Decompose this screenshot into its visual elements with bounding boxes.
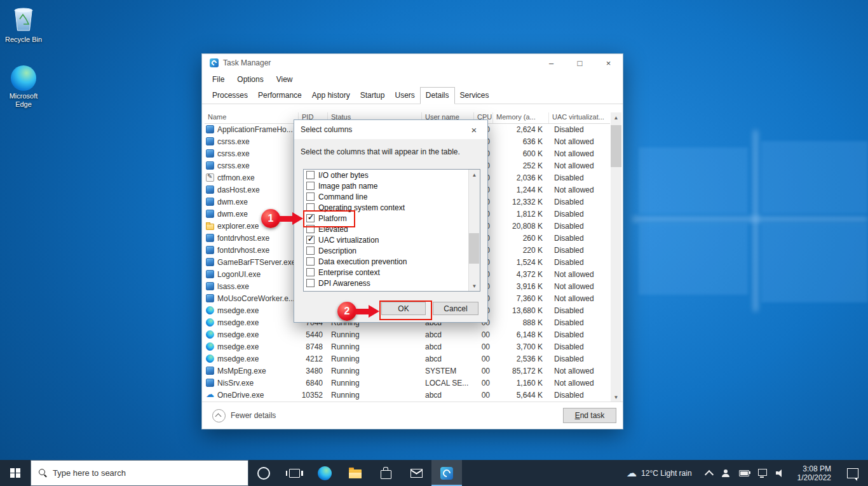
uac-cell: Not allowed xyxy=(549,294,610,303)
action-center-button[interactable] xyxy=(837,460,868,486)
memory-cell: 3,700 K xyxy=(493,342,549,351)
taskbar-file-explorer-button[interactable] xyxy=(340,460,370,486)
checkbox-icon[interactable] xyxy=(306,257,315,266)
process-name: csrss.exe xyxy=(217,161,250,170)
task-view-button[interactable] xyxy=(279,460,309,486)
app-icon xyxy=(206,210,214,218)
tab-app-history[interactable]: App history xyxy=(307,88,355,104)
scroll-down-icon[interactable]: ▼ xyxy=(469,281,480,291)
cancel-button[interactable]: Cancel xyxy=(433,302,478,315)
table-scrollbar[interactable]: ▲ ▼ xyxy=(611,112,621,402)
minimize-button[interactable]: – xyxy=(537,54,566,72)
end-task-button[interactable]: End task xyxy=(563,408,616,423)
checkbox-icon[interactable] xyxy=(306,192,315,201)
app-icon xyxy=(206,186,214,194)
process-name: msedge.exe xyxy=(217,330,259,339)
tab-startup[interactable]: Startup xyxy=(355,88,390,104)
column-option-uac-virtualization[interactable]: UAC virtualization xyxy=(304,234,480,245)
dialog-title: Select columns xyxy=(301,125,352,134)
column-header-memory[interactable]: Memory (a... xyxy=(493,112,549,123)
step-1-badge: 1 xyxy=(261,209,280,228)
process-name-cell: msedge.exe xyxy=(205,354,299,363)
checkbox-icon[interactable] xyxy=(306,236,315,244)
process-name: MoUsoCoreWorker.e... xyxy=(217,294,295,303)
taskbar-mail-button[interactable] xyxy=(401,460,431,486)
memory-cell: 5,644 K xyxy=(493,391,549,400)
taskbar-clock[interactable]: 3:08 PM 1/20/2022 xyxy=(791,460,837,486)
process-name: fontdrvhost.exe xyxy=(217,234,269,243)
people-icon[interactable] xyxy=(721,469,730,477)
table-row[interactable]: NisSrv.exe6840RunningLOCAL SE...001,160 … xyxy=(205,377,610,389)
table-row[interactable]: msedge.exe8748Runningabcd003,700 KDisabl… xyxy=(205,341,610,353)
column-option-i-o-other-bytes[interactable]: I/O other bytes xyxy=(304,170,480,180)
fewer-details-toggle[interactable]: Fewer details xyxy=(212,409,276,422)
folder-icon xyxy=(206,224,214,230)
checkbox-icon[interactable] xyxy=(306,171,315,179)
menu-options[interactable]: Options xyxy=(237,75,263,84)
process-name-cell: ApplicationFrameHo... xyxy=(205,125,299,134)
menu-view[interactable]: View xyxy=(276,75,293,84)
tab-processes[interactable]: Processes xyxy=(207,88,253,104)
scroll-up-icon[interactable]: ▲ xyxy=(611,112,621,123)
app-icon xyxy=(206,246,214,254)
network-icon[interactable] xyxy=(758,469,767,476)
tab-details[interactable]: Details xyxy=(420,87,455,104)
memory-cell: 12,332 K xyxy=(493,198,549,206)
taskbar-weather[interactable]: ☁ 12°C Light rain xyxy=(619,460,700,486)
process-name-cell: ctfmon.exe xyxy=(205,173,299,182)
taskbar-search-input[interactable]: Type here to search xyxy=(31,460,248,486)
taskbar-task-manager-button[interactable] xyxy=(431,460,462,486)
table-row[interactable]: MsMpEng.exe3480RunningSYSTEM0085,172 KNo… xyxy=(205,365,610,377)
column-option-dpi-awareness[interactable]: DPI Awareness xyxy=(304,278,480,288)
app-icon xyxy=(206,234,214,242)
tray-expand-icon[interactable] xyxy=(705,469,714,478)
scroll-up-icon[interactable]: ▲ xyxy=(469,170,480,180)
checkbox-icon[interactable] xyxy=(306,279,315,287)
column-option-command-line[interactable]: Command line xyxy=(304,191,480,202)
start-button[interactable] xyxy=(0,460,31,486)
scrollbar-thumb[interactable] xyxy=(469,233,479,264)
checkbox-icon[interactable] xyxy=(306,268,315,276)
volume-icon[interactable] xyxy=(776,469,785,477)
memory-cell: 85,172 K xyxy=(493,367,549,375)
table-row[interactable]: msedge.exe5440Runningabcd006,148 KDisabl… xyxy=(205,328,610,341)
close-button[interactable]: × xyxy=(594,54,623,72)
process-name-cell: explorer.exe xyxy=(205,222,299,231)
column-header-uac[interactable]: UAC virtualizat... xyxy=(549,112,611,123)
table-row[interactable]: OneDrive.exe10352Runningabcd005,644 KDis… xyxy=(205,389,610,401)
process-name-cell: csrss.exe xyxy=(205,149,299,158)
memory-cell: 1,160 K xyxy=(493,379,549,388)
action-center-icon xyxy=(847,468,858,478)
taskbar-edge-button[interactable] xyxy=(309,460,340,486)
table-row[interactable]: msedge.exe4212Runningabcd002,536 KDisabl… xyxy=(205,353,610,365)
column-option-data-execution-prevention[interactable]: Data execution prevention xyxy=(304,256,480,267)
battery-icon[interactable] xyxy=(739,470,749,476)
checkbox-icon[interactable] xyxy=(306,182,315,190)
column-option-enterprise-context[interactable]: Enterprise context xyxy=(304,267,480,278)
tab-services[interactable]: Services xyxy=(455,88,494,104)
tab-users[interactable]: Users xyxy=(390,88,419,104)
column-option-description[interactable]: Description xyxy=(304,245,480,256)
desktop-icon-recycle-bin[interactable]: Recycle Bin xyxy=(3,4,44,44)
column-header-name[interactable]: Name xyxy=(205,112,299,123)
desktop-icon-microsoft-edge[interactable]: Microsoft Edge xyxy=(3,65,44,109)
taskbar-store-button[interactable] xyxy=(370,460,401,486)
scrollbar-thumb[interactable] xyxy=(611,125,621,167)
uac-cell: Disabled xyxy=(549,246,610,255)
window-footer: Fewer details End task xyxy=(202,402,623,429)
process-name: ApplicationFrameHo... xyxy=(217,125,293,134)
checkbox-icon[interactable] xyxy=(306,246,315,255)
cortana-button[interactable] xyxy=(248,460,279,486)
tab-performance[interactable]: Performance xyxy=(253,88,307,104)
uac-cell: Not allowed xyxy=(549,186,610,194)
edge-icon xyxy=(11,65,36,91)
uac-cell: Disabled xyxy=(549,354,610,363)
dialog-close-button[interactable]: × xyxy=(461,120,487,139)
menu-file[interactable]: File xyxy=(212,75,224,84)
dialog-scrollbar[interactable]: ▲ ▼ xyxy=(468,170,480,291)
scroll-down-icon[interactable]: ▼ xyxy=(611,392,621,402)
column-option-image-path-name[interactable]: Image path name xyxy=(304,180,480,191)
process-name: dwm.exe xyxy=(217,198,248,206)
uac-cell: Disabled xyxy=(549,330,610,339)
maximize-button[interactable]: □ xyxy=(566,54,594,72)
